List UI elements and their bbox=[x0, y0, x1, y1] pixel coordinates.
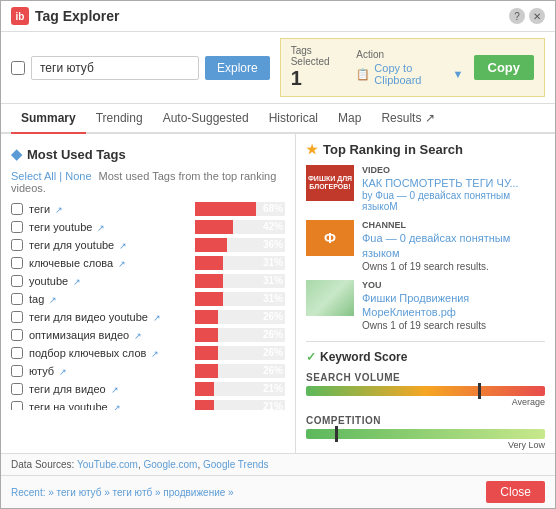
tag-percentage: 26% bbox=[263, 346, 283, 360]
source-google[interactable]: Google.com bbox=[144, 459, 198, 470]
tag-bar: 31% bbox=[195, 292, 285, 306]
tag-external-link[interactable]: ↗ bbox=[55, 205, 63, 215]
tag-bar-fill bbox=[195, 310, 218, 324]
tag-name: теги для видео ↗ bbox=[29, 383, 189, 395]
channel-info: CHANNEL Фua — 0 девайсах понятным языком… bbox=[362, 220, 545, 272]
title-bar-left: ib Tag Explorer bbox=[11, 7, 120, 25]
search-volume-label: SEARCH VOLUME bbox=[306, 372, 545, 383]
recent-item-3[interactable]: » продвижение bbox=[155, 487, 225, 498]
tag-bar: 31% bbox=[195, 274, 285, 288]
tab-map[interactable]: Map bbox=[328, 104, 371, 134]
tag-bar: 21% bbox=[195, 382, 285, 396]
app-window: ib Tag Explorer ? ✕ Explore Tags Selecte… bbox=[0, 0, 556, 509]
tags-selected-info: Tags Selected 1 bbox=[291, 45, 347, 90]
tag-percentage: 31% bbox=[263, 274, 283, 288]
tag-checkbox[interactable] bbox=[11, 383, 23, 395]
window-controls: ? ✕ bbox=[509, 8, 545, 24]
tag-external-link[interactable]: ↗ bbox=[151, 349, 159, 359]
tag-external-link[interactable]: ↗ bbox=[153, 313, 161, 323]
select-links: Select All | None Most used Tags from th… bbox=[1, 168, 295, 200]
tag-bar: 26% bbox=[195, 328, 285, 342]
tag-external-link[interactable]: ↗ bbox=[113, 403, 121, 410]
source-google-trends[interactable]: Google Trends bbox=[203, 459, 269, 470]
clipboard-icon: 📋 bbox=[356, 68, 370, 81]
tag-checkbox[interactable] bbox=[11, 365, 23, 377]
select-none-link[interactable]: None bbox=[65, 170, 91, 182]
search-input[interactable] bbox=[31, 56, 199, 80]
recent-bar: Recent: » теги ютуб » теги ютб » продвиж… bbox=[1, 475, 555, 508]
copy-button[interactable]: Copy bbox=[474, 55, 535, 80]
video-subtitle[interactable]: by Фua — 0 девайсах понятным языкоМ bbox=[362, 190, 545, 212]
tag-checkbox[interactable] bbox=[11, 257, 23, 269]
copy-to-clipboard-button[interactable]: 📋 Copy to Clipboard ▼ bbox=[356, 62, 463, 86]
tag-name: теги на youtube ↗ bbox=[29, 401, 189, 410]
tag-external-link[interactable]: ↗ bbox=[97, 223, 105, 233]
tag-checkbox[interactable] bbox=[11, 221, 23, 233]
explore-button[interactable]: Explore bbox=[205, 56, 270, 80]
tag-name: подбор ключевых слов ↗ bbox=[29, 347, 189, 359]
tag-bar: 21% bbox=[195, 400, 285, 410]
tag-external-link[interactable]: ↗ bbox=[111, 385, 119, 395]
close-window-button[interactable]: ✕ bbox=[529, 8, 545, 24]
help-button[interactable]: ? bbox=[509, 8, 525, 24]
tab-historical[interactable]: Historical bbox=[259, 104, 328, 134]
you-info: YOU Фишки Продвижения МореКлиентов.рф Ow… bbox=[362, 280, 545, 332]
tag-checkbox[interactable] bbox=[11, 329, 23, 341]
tab-summary[interactable]: Summary bbox=[11, 104, 86, 134]
select-all-link[interactable]: Select All bbox=[11, 170, 56, 182]
recent-text: Recent: » теги ютуб » теги ютб » продвиж… bbox=[11, 487, 234, 498]
app-title: Tag Explorer bbox=[35, 8, 120, 24]
tag-bar: 42% bbox=[195, 220, 285, 234]
search-volume-indicator bbox=[478, 383, 481, 399]
tag-percentage: 36% bbox=[263, 238, 283, 252]
list-item: теги для youtube ↗ 36% bbox=[1, 236, 295, 254]
competition-bar bbox=[306, 429, 545, 439]
recent-end: » bbox=[228, 487, 234, 498]
tag-percentage: 42% bbox=[263, 220, 283, 234]
tag-checkbox[interactable] bbox=[11, 293, 23, 305]
tag-bar-fill bbox=[195, 328, 218, 342]
tag-external-link[interactable]: ↗ bbox=[59, 367, 67, 377]
tab-results[interactable]: Results ↗ bbox=[371, 104, 444, 134]
tag-checkbox[interactable] bbox=[11, 311, 23, 323]
tag-external-link[interactable]: ↗ bbox=[73, 277, 81, 287]
tag-checkbox[interactable] bbox=[11, 347, 23, 359]
tag-name: ключевые слова ↗ bbox=[29, 257, 189, 269]
result-type-you: YOU bbox=[362, 280, 545, 290]
nav-tabs: Summary Trending Auto-Suggested Historic… bbox=[1, 104, 555, 134]
search-volume-bar bbox=[306, 386, 545, 396]
tag-checkbox[interactable] bbox=[11, 203, 23, 215]
recent-item-2[interactable]: » теги ютб bbox=[104, 487, 152, 498]
header-area: Explore Tags Selected 1 Action 📋 Copy to… bbox=[1, 32, 555, 104]
tag-bar: 68% bbox=[195, 202, 285, 216]
result-type-video: VIDEO bbox=[362, 165, 545, 175]
recent-item-1[interactable]: » теги ютуб bbox=[48, 487, 101, 498]
title-bar: ib Tag Explorer ? ✕ bbox=[1, 1, 555, 32]
tag-percentage: 21% bbox=[263, 400, 283, 410]
tag-external-link[interactable]: ↗ bbox=[118, 259, 126, 269]
action-section: Action 📋 Copy to Clipboard ▼ bbox=[356, 49, 463, 86]
tag-external-link[interactable]: ↗ bbox=[49, 295, 57, 305]
video-title[interactable]: КАК ПОСМОТРЕТЬ ТЕГИ ЧУ... bbox=[362, 176, 545, 190]
source-youtube[interactable]: YouTube.com bbox=[77, 459, 138, 470]
tag-external-link[interactable]: ↗ bbox=[134, 331, 142, 341]
channel-title[interactable]: Фua — 0 девайсах понятным языком bbox=[362, 231, 545, 260]
tag-external-link[interactable]: ↗ bbox=[119, 241, 127, 251]
tag-checkbox[interactable] bbox=[11, 275, 23, 287]
tab-trending[interactable]: Trending bbox=[86, 104, 153, 134]
video-thumbnail: ФИШКИ ДЛЯ БЛОГЕРОВ! bbox=[306, 165, 354, 201]
you-title[interactable]: Фишки Продвижения МореКлиентов.рф bbox=[362, 291, 545, 320]
list-item: оптимизация видео ↗ 26% bbox=[1, 326, 295, 344]
tag-checkbox[interactable] bbox=[11, 239, 23, 251]
list-item: теги youtube ↗ 42% bbox=[1, 218, 295, 236]
tag-checkbox[interactable] bbox=[11, 401, 23, 410]
tag-percentage: 26% bbox=[263, 364, 283, 378]
tag-bar-fill bbox=[195, 292, 223, 306]
tags-selected-count: 1 bbox=[291, 67, 347, 90]
tag-name: youtube ↗ bbox=[29, 275, 189, 287]
tab-auto-suggested[interactable]: Auto-Suggested bbox=[153, 104, 259, 134]
search-checkbox[interactable] bbox=[11, 61, 25, 75]
tag-name: теги ↗ bbox=[29, 203, 189, 215]
close-button[interactable]: Close bbox=[486, 481, 545, 503]
tag-percentage: 21% bbox=[263, 382, 283, 396]
